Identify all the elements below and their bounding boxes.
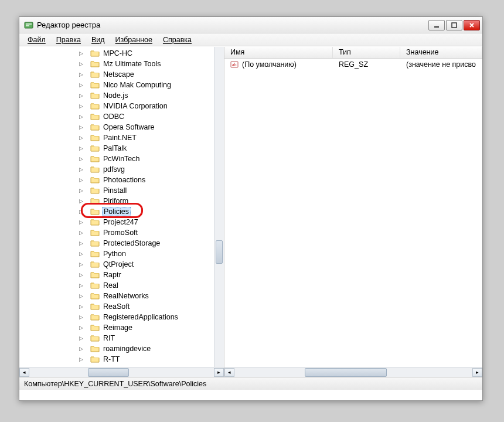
tree-item-label: Policies (102, 207, 131, 216)
tree-item-label: PromoSoft (102, 229, 139, 237)
column-value[interactable]: Значение (400, 47, 482, 58)
expand-icon[interactable]: ▷ (78, 177, 84, 183)
close-button[interactable] (464, 20, 480, 30)
menu-edit[interactable]: Правка (52, 35, 86, 45)
expand-icon[interactable]: ▷ (78, 103, 84, 110)
tree-item[interactable]: ▷ProtectedStorage (19, 238, 224, 249)
folder-icon (90, 155, 100, 163)
tree-item[interactable]: ▷RegisteredApplications (19, 312, 224, 322)
expand-icon[interactable]: ▷ (78, 293, 84, 300)
expand-icon[interactable]: ▷ (78, 272, 84, 278)
scroll-left-button[interactable]: ◂ (224, 368, 234, 377)
tree-item[interactable]: ▷R-TT (19, 354, 224, 365)
expand-icon[interactable]: ▷ (78, 61, 84, 67)
expand-icon[interactable]: ▷ (78, 93, 84, 99)
minimize-button[interactable] (428, 20, 445, 30)
tree-item[interactable]: ▷MPC-HC (19, 48, 224, 59)
tree-item[interactable]: ▷roamingdevice (19, 343, 224, 354)
tree-item[interactable]: ▷Paint.NET (19, 132, 224, 143)
expand-icon[interactable]: ▷ (78, 72, 84, 78)
tree-item[interactable]: ▷Policies (19, 206, 224, 217)
tree-item[interactable]: ▷RIT (19, 333, 224, 343)
expand-icon[interactable]: ▷ (78, 209, 84, 215)
tree-item[interactable]: ▷PalTalk (19, 143, 224, 154)
tree-item[interactable]: ▷Piriform (19, 196, 224, 206)
expand-icon[interactable]: ▷ (78, 346, 84, 352)
tree-item[interactable]: ▷Reimage (19, 322, 224, 333)
expand-icon[interactable]: ▷ (78, 283, 84, 289)
tree-item[interactable]: ▷Real (19, 280, 224, 291)
tree-item[interactable]: ▷PromoSoft (19, 227, 224, 238)
scrollbar-track[interactable] (29, 368, 214, 377)
tree-item[interactable]: ▷Node.js (19, 90, 224, 101)
tree-item[interactable]: ▷Python (19, 249, 224, 259)
maximize-button[interactable] (446, 20, 462, 30)
menu-file[interactable]: Файл (23, 35, 50, 45)
scrollbar-thumb[interactable] (88, 368, 129, 377)
scrollbar-thumb[interactable] (305, 368, 387, 377)
expand-icon[interactable]: ▷ (78, 261, 84, 268)
scrollbar-track[interactable] (234, 368, 472, 377)
tree-item[interactable]: ▷RealNetworks (19, 291, 224, 301)
menu-favorites[interactable]: Избранное (111, 35, 157, 45)
tree-scroll[interactable]: ▷MPC-HC▷Mz Ultimate Tools▷Netscape▷Nico … (19, 47, 224, 367)
tree-item-label: ProtectedStorage (102, 239, 161, 247)
menu-view[interactable]: Вид (87, 35, 110, 45)
expand-icon[interactable]: ▷ (78, 325, 84, 331)
scroll-right-button[interactable]: ▸ (214, 368, 224, 377)
column-name[interactable]: Имя (224, 47, 333, 58)
tree-item[interactable]: ▷pdfsvg (19, 164, 224, 175)
tree-item[interactable]: ▷Pinstall (19, 185, 224, 196)
expand-icon[interactable]: ▷ (78, 219, 84, 226)
expand-icon[interactable]: ▷ (78, 124, 84, 131)
expand-icon[interactable]: ▷ (78, 188, 84, 194)
expand-icon[interactable]: ▷ (78, 114, 84, 120)
scrollbar-thumb[interactable] (216, 240, 223, 264)
expand-icon[interactable]: ▷ (78, 304, 84, 310)
values-horizontal-scrollbar[interactable]: ◂ ▸ (224, 367, 482, 377)
values-list[interactable]: ab (По умолчанию) REG_SZ (значение не пр… (224, 59, 482, 367)
tree-item-label: pdfsvg (102, 165, 126, 173)
expand-icon[interactable]: ▷ (78, 135, 84, 141)
expand-icon[interactable]: ▷ (78, 145, 84, 152)
tree-item-label: RegisteredApplications (102, 313, 179, 321)
expand-icon[interactable]: ▷ (78, 230, 84, 236)
tree-item[interactable]: ▷Photoactions (19, 175, 224, 185)
tree-item-label: Mz Ultimate Tools (102, 60, 162, 68)
expand-icon[interactable]: ▷ (78, 314, 84, 321)
expand-icon[interactable]: ▷ (78, 82, 84, 89)
folder-icon (90, 123, 100, 131)
scroll-right-button[interactable]: ▸ (472, 368, 482, 377)
tree-item[interactable]: ▷ODBC (19, 111, 224, 122)
scroll-left-button[interactable]: ◂ (19, 368, 29, 377)
tree-item[interactable]: ▷Nico Mak Computing (19, 80, 224, 90)
tree-item[interactable]: ▷ReaSoft (19, 301, 224, 312)
expand-icon[interactable]: ▷ (78, 50, 84, 57)
expand-icon[interactable]: ▷ (78, 240, 84, 247)
expand-icon[interactable]: ▷ (78, 156, 84, 162)
value-row[interactable]: ab (По умолчанию) REG_SZ (значение не пр… (224, 59, 482, 70)
column-type[interactable]: Тип (333, 47, 400, 58)
expand-icon[interactable]: ▷ (78, 335, 84, 342)
folder-icon (90, 186, 100, 195)
tree-item[interactable]: ▷NVIDIA Corporation (19, 101, 224, 111)
tree-item[interactable]: ▷Mz Ultimate Tools (19, 59, 224, 69)
tree-item[interactable]: ▷QtProject (19, 259, 224, 270)
tree-item[interactable]: ▷Netscape (19, 69, 224, 80)
tree-vertical-scrollbar[interactable] (214, 47, 224, 367)
tree-item[interactable]: ▷PcWinTech (19, 154, 224, 164)
app-icon (24, 21, 33, 30)
titlebar[interactable]: Редактор реестра (19, 17, 482, 33)
tree-horizontal-scrollbar[interactable]: ◂ ▸ (19, 367, 224, 377)
tree-item[interactable]: ▷Project247 (19, 217, 224, 227)
tree-item-label: Raptr (102, 271, 122, 279)
expand-icon[interactable]: ▷ (78, 166, 84, 173)
tree-item[interactable]: ▷Raptr (19, 270, 224, 280)
tree-item[interactable]: ▷Opera Software (19, 122, 224, 132)
folder-icon (90, 81, 100, 89)
expand-icon[interactable]: ▷ (78, 198, 84, 205)
tree-item-label: PcWinTech (102, 155, 141, 163)
expand-icon[interactable]: ▷ (78, 356, 84, 363)
menu-help[interactable]: Справка (158, 35, 196, 45)
expand-icon[interactable]: ▷ (78, 251, 84, 257)
